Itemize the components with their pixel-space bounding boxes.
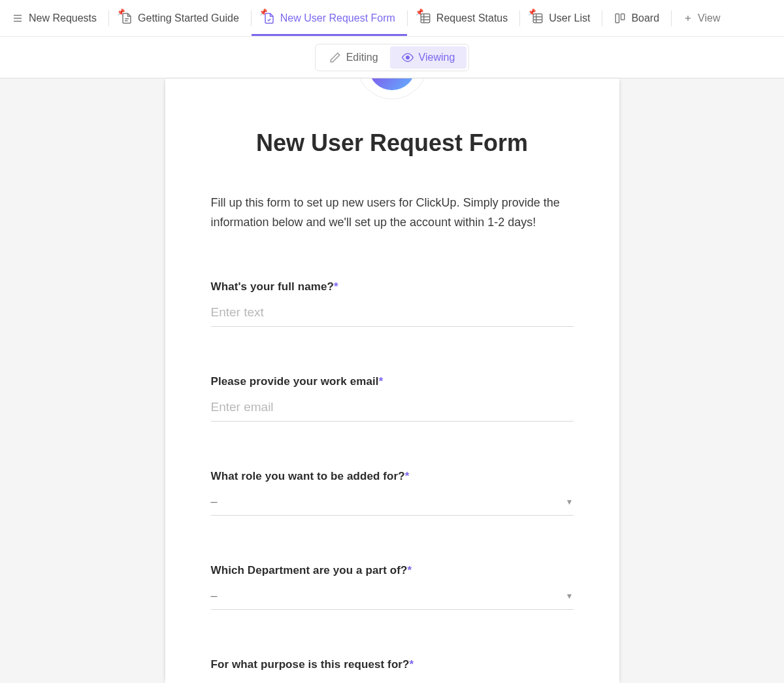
field-label: For what purpose is this request for?* xyxy=(211,658,574,671)
required-mark: * xyxy=(408,564,412,576)
tab-label: New Requests xyxy=(29,12,97,24)
field-label: What's your full name?* xyxy=(211,280,574,293)
tab-board[interactable]: Board xyxy=(602,0,671,36)
form-card: New User Request Form Fill up this form … xyxy=(165,78,619,683)
tab-label: Getting Started Guide xyxy=(138,12,239,24)
field-label: Please provide your work email* xyxy=(211,375,574,388)
role-select[interactable]: – ▼ xyxy=(211,495,574,516)
required-mark: * xyxy=(334,280,338,293)
list-icon xyxy=(12,12,24,24)
pin-icon: 📌 xyxy=(528,8,536,16)
field-purpose: For what purpose is this request for?* xyxy=(211,658,574,671)
tab-label: Request Status xyxy=(436,12,508,24)
full-name-input[interactable] xyxy=(211,305,574,320)
viewing-toggle[interactable]: Viewing xyxy=(390,46,467,69)
board-icon xyxy=(614,12,626,24)
editing-toggle[interactable]: Editing xyxy=(318,46,390,69)
form-canvas: New User Request Form Fill up this form … xyxy=(0,78,784,683)
svg-rect-13 xyxy=(616,14,619,23)
form-title: New User Request Form xyxy=(191,129,593,157)
email-input[interactable] xyxy=(211,400,574,414)
field-label: What role you want to be added for?* xyxy=(211,470,574,483)
tab-label: User List xyxy=(549,12,590,24)
tab-getting-started[interactable]: 📌 Getting Started Guide xyxy=(109,0,251,36)
select-value: – xyxy=(211,589,218,603)
mode-toggle-row: Editing Viewing xyxy=(0,37,784,78)
pin-icon: 📌 xyxy=(117,8,125,16)
department-select[interactable]: – ▼ xyxy=(211,589,574,610)
add-view-button[interactable]: View xyxy=(672,0,732,36)
field-label: Which Department are you a part of?* xyxy=(211,564,574,577)
plus-icon xyxy=(683,14,693,23)
select-value: – xyxy=(211,495,218,508)
tab-request-status[interactable]: 📌 Request Status xyxy=(408,0,519,36)
field-department: Which Department are you a part of?* – ▼ xyxy=(211,564,574,610)
pencil-icon xyxy=(329,52,341,63)
view-tabs: New Requests 📌 Getting Started Guide 📌 N… xyxy=(0,0,784,37)
tab-new-user-request[interactable]: 📌 New User Request Form xyxy=(252,0,407,36)
field-email: Please provide your work email* xyxy=(211,375,574,422)
required-mark: * xyxy=(410,658,414,671)
field-full-name: What's your full name?* xyxy=(211,280,574,327)
viewing-label: Viewing xyxy=(419,52,455,63)
field-role: What role you want to be added for?* – ▼ xyxy=(211,470,574,516)
svg-point-17 xyxy=(406,56,409,59)
edit-view-toggle: Editing Viewing xyxy=(315,44,470,71)
pin-icon: 📌 xyxy=(416,8,423,16)
editing-label: Editing xyxy=(346,52,378,63)
chevron-down-icon: ▼ xyxy=(566,497,574,507)
eye-icon xyxy=(402,52,414,63)
pin-icon: 📌 xyxy=(259,8,267,16)
svg-rect-14 xyxy=(621,14,625,20)
form-description: Fill up this form to set up new users fo… xyxy=(211,193,574,232)
add-view-label: View xyxy=(698,12,720,24)
required-mark: * xyxy=(379,375,384,388)
form-avatar-wrap xyxy=(165,78,619,99)
chevron-down-icon: ▼ xyxy=(566,591,574,601)
tab-new-requests[interactable]: New Requests xyxy=(0,0,108,36)
tab-label: New User Request Form xyxy=(280,12,395,24)
tab-label: Board xyxy=(631,12,659,24)
tab-user-list[interactable]: 📌 User List xyxy=(520,0,602,36)
required-mark: * xyxy=(405,470,410,482)
